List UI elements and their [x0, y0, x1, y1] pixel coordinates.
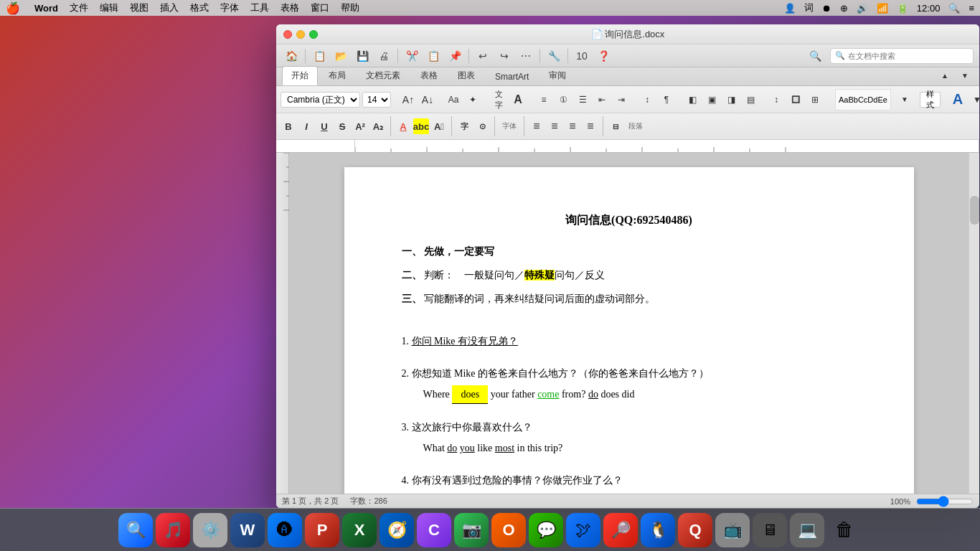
paste-button[interactable]: 📌 [446, 47, 464, 65]
maximize-button[interactable] [309, 30, 318, 39]
shading-btn[interactable]: 🔲 [787, 91, 804, 108]
menu-help[interactable]: 帮助 [341, 1, 359, 14]
font-A-btn[interactable]: A [509, 91, 527, 108]
dock-code[interactable]: C [417, 513, 451, 547]
tab-chart[interactable]: 图表 [448, 66, 484, 85]
columns-btn[interactable]: ⊟ [608, 118, 623, 134]
align-left-btn[interactable]: ◧ [684, 91, 701, 108]
wifi-icon[interactable]: 📶 [877, 3, 888, 14]
tab-review[interactable]: 审阅 [540, 66, 575, 85]
undo-button[interactable]: ↩ [473, 47, 492, 65]
dock-screen1[interactable]: 📺 [715, 513, 750, 547]
align-justify-btn[interactable]: ▤ [742, 91, 759, 108]
apple-menu[interactable]: 🍎 [6, 1, 20, 15]
line-spacing-btn[interactable]: ↕ [768, 91, 785, 108]
app-name[interactable]: Word [34, 3, 58, 14]
tab-layout[interactable]: 布局 [319, 66, 355, 85]
numbering-btn[interactable]: ① [555, 91, 572, 108]
case-btn[interactable]: Aa [445, 91, 462, 108]
dock-safari[interactable]: 🧭 [380, 513, 414, 547]
menu-tools[interactable]: 工具 [250, 1, 269, 14]
search-mode-btn[interactable]: 🔍 [804, 47, 826, 65]
dock-browser2[interactable]: O [491, 513, 526, 547]
align2-center[interactable]: ≡ [547, 118, 562, 134]
dock-trash[interactable]: 🗑 [827, 513, 862, 547]
list-btn[interactable]: ☰ [574, 91, 591, 108]
dock-pdf[interactable]: P [305, 513, 339, 547]
cut-button[interactable]: ✂️ [402, 47, 421, 65]
sort-btn[interactable]: ↕ [639, 91, 656, 108]
subscript-btn[interactable]: A₂ [370, 118, 386, 134]
font-grow-btn[interactable]: A↑ [400, 91, 417, 108]
pilcrow-btn[interactable]: ¶ [658, 91, 675, 108]
input-method[interactable]: 词 [804, 1, 814, 14]
strikethrough-btn[interactable]: S [334, 118, 350, 134]
dock-wechat[interactable]: 💬 [529, 513, 563, 547]
zoom-slider[interactable] [916, 496, 974, 507]
chinese-convert-btn[interactable]: 文字 [490, 91, 507, 108]
search-input[interactable] [848, 52, 948, 60]
menu-window[interactable]: 窗口 [311, 1, 329, 14]
ribbon-expand[interactable]: ▲ [936, 67, 953, 84]
dock-facetime[interactable]: 📷 [454, 513, 489, 547]
new-button[interactable]: 📋 [310, 47, 329, 65]
more-button[interactable]: ⋯ [517, 47, 535, 65]
format-clear-btn[interactable]: A⃝ [431, 118, 447, 134]
italic-btn[interactable]: I [298, 118, 314, 134]
insert-dropdown-btn[interactable]: ▼ [969, 91, 979, 108]
dock-appstore[interactable]: 🅐 [268, 513, 302, 547]
bullets-btn[interactable]: ≡ [535, 91, 552, 108]
font-size-select[interactable]: 14 [362, 92, 391, 108]
dock-excel[interactable]: X [342, 513, 377, 547]
align2-justify[interactable]: ≡ [583, 118, 598, 134]
open-button[interactable]: 📂 [331, 47, 350, 65]
align2-right[interactable]: ≡ [565, 118, 580, 134]
styles-more-btn[interactable]: ▼ [896, 91, 913, 108]
home-button[interactable]: 🏠 [282, 47, 301, 65]
underline-btn[interactable]: U [316, 118, 332, 134]
dock-qq2[interactable]: Q [678, 513, 712, 547]
align-center-btn[interactable]: ▣ [703, 91, 720, 108]
dock-word[interactable]: W [230, 513, 265, 547]
font-color-btn[interactable]: A [395, 118, 411, 134]
siri-icon[interactable]: ⊕ [840, 3, 848, 14]
doc-area[interactable]: 询问信息(QQ:692540486) 一、 先做，一定要写 二、 判断： 一般疑… [289, 153, 969, 494]
tab-smartart[interactable]: SmartArt [486, 68, 538, 85]
print-button[interactable]: 🖨 [374, 47, 393, 65]
tab-doc-elements[interactable]: 文档元素 [357, 66, 410, 85]
dock-screen2[interactable]: 🖥 [753, 513, 787, 547]
dock-search2[interactable]: 🔎 [603, 513, 638, 547]
copy-button[interactable]: 📋 [424, 47, 443, 65]
menu-insert[interactable]: 插入 [160, 1, 179, 14]
indent-increase-btn[interactable]: ⇥ [613, 91, 630, 108]
search-bar[interactable]: 🔍 [830, 48, 974, 64]
menu-font[interactable]: 字体 [220, 1, 239, 14]
bold-btn[interactable]: B [281, 118, 296, 134]
indent-decrease-btn[interactable]: ⇤ [593, 91, 611, 108]
close-button[interactable] [283, 30, 292, 39]
align2-left[interactable]: ≡ [529, 118, 545, 134]
superscript-btn[interactable]: A² [352, 118, 368, 134]
dock-screen3[interactable]: 💻 [790, 513, 824, 547]
font-name-select[interactable]: Cambria (正文) [281, 92, 360, 108]
right-scrollbar[interactable] [969, 153, 979, 494]
control-center-icon[interactable]: ≡ [969, 3, 974, 14]
tab-start[interactable]: 开始 [282, 66, 318, 85]
dock-sysprefs[interactable]: ⚙️ [193, 513, 227, 547]
tab-table[interactable]: 表格 [411, 66, 447, 85]
borders-btn[interactable]: ⊞ [806, 91, 824, 108]
minimize-button[interactable] [296, 30, 305, 39]
size-increase[interactable]: 10 [573, 47, 591, 65]
menu-file[interactable]: 文件 [70, 1, 88, 14]
audio-icon[interactable]: 🔊 [857, 3, 868, 14]
format-btn[interactable]: 🔧 [545, 47, 563, 65]
spotlight-icon[interactable]: 🔍 [948, 3, 960, 14]
font-shrink-btn[interactable]: A↓ [419, 91, 436, 108]
highlight-btn[interactable]: abc [413, 118, 429, 134]
dock-music[interactable]: 🎵 [156, 513, 190, 547]
east-asian-btn[interactable]: 字 [456, 118, 472, 134]
ribbon-collapse[interactable]: ▼ [956, 67, 974, 84]
phonetic-btn[interactable]: ⊙ [474, 118, 490, 134]
menu-edit[interactable]: 编辑 [100, 1, 118, 14]
scrollbar-thumb[interactable] [970, 196, 979, 225]
